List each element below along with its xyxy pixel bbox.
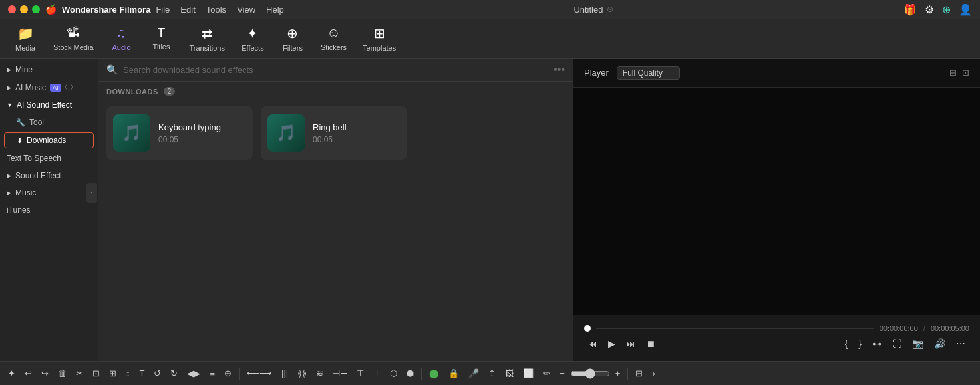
fullscreen-button[interactable] [32,5,40,13]
bt-speed-button[interactable]: ⟵⟶ [243,366,276,381]
sidebar-item-itunes[interactable]: iTunes [0,201,98,219]
bt-group-button[interactable]: ⊞ [105,366,120,381]
bt-add-track-button[interactable]: ⊕ [220,366,236,381]
bt-zoom-in-button[interactable]: + [611,366,625,381]
resize-icon[interactable]: ⊡ [962,68,969,78]
search-input[interactable] [123,65,548,75]
bt-wave-button[interactable]: ≋ [312,366,327,381]
sidebar-item-sound-effect[interactable]: ▶ Sound Effect [0,167,98,184]
bt-redo-button[interactable]: ↪ [37,366,53,381]
toolbar-titles[interactable]: T Titles [142,23,182,53]
volume-button[interactable]: 🔊 [930,336,949,351]
chevron-right-icon: ▶ [7,66,11,73]
stop-button[interactable]: ⏹ [642,336,659,351]
close-button[interactable] [8,5,16,13]
bt-cut-button[interactable]: ✂ [72,366,87,381]
more-options-icon[interactable]: ••• [554,64,565,76]
toolbar-stock-media[interactable]: 📽 Stock Media [45,23,102,54]
out-point-button[interactable]: } [854,336,866,351]
bt-zoom-out-button[interactable]: − [556,366,569,381]
sidebar-sound-effect-label: Sound Effect [15,171,61,180]
menu-file[interactable]: File [156,5,170,15]
menu-view[interactable]: View [237,5,255,15]
bt-rotate-left-button[interactable]: ↺ [150,366,165,381]
bt-green-indicator[interactable]: ⬤ [425,366,443,381]
prev-frame-button[interactable]: ⏮ [584,336,601,351]
screenshot-button[interactable]: 📷 [908,336,927,351]
bt-hexagon-button[interactable]: ⬡ [386,366,401,381]
bt-lock-button[interactable]: 🔒 [444,366,463,381]
bt-ai-button[interactable]: ⬢ [403,366,418,381]
bt-grid-layout-button[interactable]: ⊞ [631,366,647,381]
sound-card-ring-bell[interactable]: 🎵 Ring bell 00:05 [261,106,407,160]
menu-help[interactable]: Help [266,5,284,15]
bt-more-options-button[interactable]: › [648,366,659,381]
effects-icon: ✦ [247,25,258,41]
bt-snap-button[interactable]: ⟪⟫ [293,366,311,381]
next-frame-button[interactable]: ⏭ [622,336,639,351]
tool-icon: 🔧 [16,118,25,127]
progress-indicator[interactable] [584,325,591,332]
bt-delete-button[interactable]: 🗑 [54,366,71,381]
sidebar-item-tool[interactable]: 🔧 Tool [0,114,98,131]
sound-card-keyboard-typing[interactable]: 🎵 Keyboard typing 00:05 [106,106,253,160]
toolbar-stickers[interactable]: ☺ Stickers [313,23,355,54]
sidebar-item-ai-sound-effect[interactable]: ▼ AI Sound Effect [0,96,98,114]
menu-bar: File Edit Tools View Help [156,5,283,15]
bt-mark-out-button[interactable]: ⊥ [369,366,385,381]
toolbar-filters[interactable]: ⊕ Filters [273,23,313,55]
more-button[interactable]: ⋯ [952,336,969,351]
search-bar: 🔍 ••• [98,59,573,82]
bt-link-button[interactable]: ⊣⊢ [329,366,351,381]
downloads-title: DOWNLOADS [106,88,158,96]
bt-mark-in-button[interactable]: ⊤ [353,366,368,381]
bt-trim-button[interactable]: ◀▶ [183,366,204,381]
zoom-slider[interactable] [570,368,610,379]
bt-rotate-right-button[interactable]: ↻ [166,366,182,381]
toolbar-templates[interactable]: ⊞ Templates [355,23,404,55]
bt-timeline-button[interactable]: ||| [277,366,292,381]
edit-buttons: { } ⊷ ⛶ 📷 🔊 ⋯ [841,336,969,351]
bt-pen-button[interactable]: ✏ [539,366,554,381]
mark-button[interactable]: ⊷ [868,336,886,351]
menu-tools[interactable]: Tools [206,5,226,15]
bt-text-button[interactable]: T [136,366,149,381]
sidebar-collapse-button[interactable]: ‹ [86,183,97,203]
sidebar-item-mine[interactable]: ▶ Mine [0,61,98,78]
bt-mic-button[interactable]: 🎤 [464,366,483,381]
toolbar-media[interactable]: 📁 Media [5,23,45,55]
sidebar-item-music[interactable]: ▶ Music [0,184,98,201]
preview-panel: Player Full Quality 1/2 Quality 1/4 Qual… [573,59,980,361]
toolbar-transitions[interactable]: ⇄ Transitions [182,23,233,55]
sidebar-ai-sound-effect-label: AI Sound Effect [17,100,72,110]
grid-view-icon[interactable]: ⊞ [949,68,957,78]
sidebar-item-downloads[interactable]: ⬇ Downloads [4,132,94,148]
media-label: Media [15,44,35,52]
titles-label: Titles [153,43,170,51]
play-button[interactable]: ▶ [604,336,619,351]
minimize-button[interactable] [20,5,28,13]
fullscreen-preview-button[interactable]: ⛶ [888,336,905,351]
bt-undo-button[interactable]: ↩ [21,366,36,381]
in-point-button[interactable]: { [841,336,852,351]
bt-caption-button[interactable]: ⬜ [519,366,538,381]
bt-split-button[interactable]: ≡ [206,366,219,381]
bt-add-button[interactable]: ✦ [4,366,19,381]
menu-edit[interactable]: Edit [180,5,195,15]
sidebar-item-ai-music[interactable]: ▶ AI Music AI ⓘ [0,78,98,96]
playback-buttons: ⏮ ▶ ⏭ ⏹ [584,336,659,351]
progress-track[interactable] [596,328,874,329]
toolbar-audio[interactable]: ♫ Audio [102,23,142,54]
stock-media-icon: 📽 [67,25,80,41]
bt-upload-button[interactable]: ↥ [484,366,500,381]
ai-badge: AI [50,84,61,92]
chevron-left-icon: ‹ [90,189,92,196]
sidebar-itunes-label: iTunes [7,205,31,215]
traffic-lights [8,5,40,13]
sidebar-item-text-to-speech[interactable]: Text To Speech [0,150,98,167]
bt-crop-button[interactable]: ⊡ [88,366,104,381]
quality-select[interactable]: Full Quality 1/2 Quality 1/4 Quality [617,66,680,80]
bt-image-button[interactable]: 🖼 [501,366,518,381]
toolbar-effects[interactable]: ✦ Effects [233,23,273,55]
bt-scale-button[interactable]: ↕ [122,366,134,381]
